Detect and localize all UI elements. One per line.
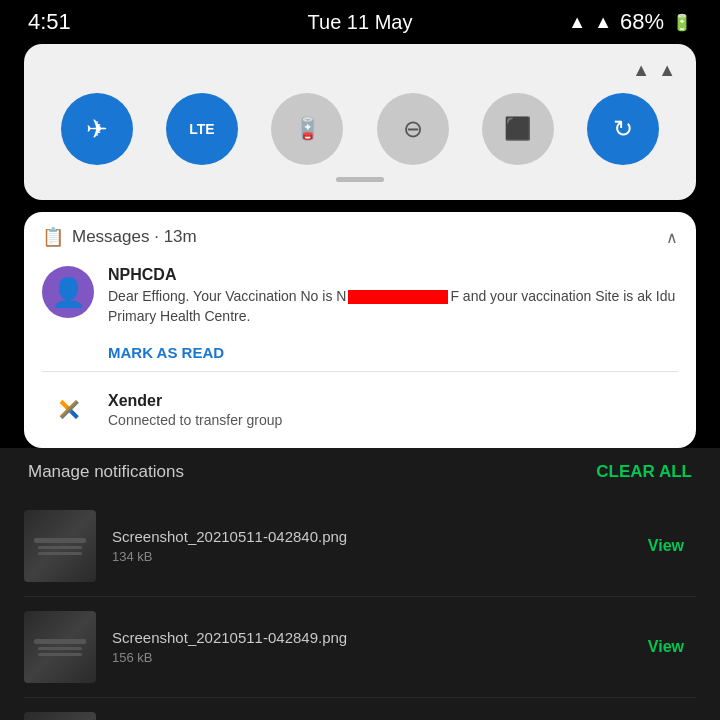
notification-panel: 📋 Messages · 13m ∧ 👤 NPHCDA Dear Effiong…	[24, 212, 696, 448]
xender-logo: ✕	[42, 384, 94, 436]
manage-notifications-button[interactable]: Manage notifications	[28, 462, 184, 482]
xender-message: Connected to transfer group	[108, 412, 678, 428]
battery-icon: 🔋	[672, 13, 692, 32]
nphcda-app-name: NPHCDA	[108, 266, 678, 284]
file-name-1: Screenshot_20210511-042840.png	[112, 528, 620, 545]
wifi-status-icon: ▲	[632, 60, 650, 81]
file-item-1: Screenshot_20210511-042840.png 134 kB Vi…	[24, 496, 696, 597]
file-thumbnail-1	[24, 510, 96, 582]
notification-header-text: Messages · 13m	[72, 227, 658, 247]
signal-status-icon: ▲	[658, 60, 676, 81]
thumb-decoration	[38, 546, 82, 549]
redacted-text	[348, 290, 448, 304]
sync-button[interactable]: ↻	[587, 93, 659, 165]
time: 4:51	[28, 9, 71, 35]
battery-saver-button[interactable]: 🪫	[271, 93, 343, 165]
file-info-2: Screenshot_20210511-042849.png 156 kB	[112, 629, 620, 665]
file-item-2: Screenshot_20210511-042849.png 156 kB Vi…	[24, 597, 696, 698]
notification-actions-bar: Manage notifications CLEAR ALL	[0, 448, 720, 496]
nphcda-message: Dear Effiong. Your Vaccination No is NF …	[108, 287, 678, 326]
dnd-icon: ⊖	[403, 115, 423, 143]
sync-icon: ↻	[613, 115, 633, 143]
file-info-1: Screenshot_20210511-042840.png 134 kB	[112, 528, 620, 564]
flashlight-icon: ⬛	[504, 116, 531, 142]
nphcda-notification: 👤 NPHCDA Dear Effiong. Your Vaccination …	[24, 258, 696, 338]
thumb-decoration	[38, 653, 82, 656]
airplane-mode-button[interactable]: ✈	[61, 93, 133, 165]
drag-handle	[336, 177, 384, 182]
signal-icon: ▲	[594, 12, 612, 33]
thumb-decoration	[34, 538, 86, 543]
nphcda-avatar: 👤	[42, 266, 94, 318]
file-size-1: 134 kB	[112, 549, 620, 564]
status-bar-right: ▲ ▲ 68% 🔋	[568, 9, 692, 35]
wifi-icon: ▲	[568, 12, 586, 33]
status-bar-left: 4:51	[28, 9, 71, 35]
avatar-icon: 👤	[51, 276, 86, 309]
thumb-decoration	[34, 639, 86, 644]
xender-icon: ✕	[56, 393, 81, 428]
airplane-icon: ✈	[86, 114, 108, 145]
message-part1: Dear Effiong. Your Vaccination No is N	[108, 288, 346, 304]
file-list-section: Screenshot_20210511-042840.png 134 kB Vi…	[0, 496, 720, 720]
file-thumbnail-2	[24, 611, 96, 683]
nphcda-content: NPHCDA Dear Effiong. Your Vaccination No…	[108, 266, 678, 326]
xender-notification: ✕ Xender Connected to transfer group	[24, 372, 696, 448]
flashlight-button[interactable]: ⬛	[482, 93, 554, 165]
quick-settings-panel: ▲ ▲ ✈ LTE 🪫 ⊖ ⬛ ↻	[24, 44, 696, 200]
battery-saver-icon: 🪫	[294, 116, 321, 142]
file-size-2: 156 kB	[112, 650, 620, 665]
thumb-decoration	[38, 552, 82, 555]
date: Tue 11 May	[308, 11, 413, 34]
expand-chevron-icon[interactable]: ∧	[666, 228, 678, 247]
xender-content: Xender Connected to transfer group	[108, 392, 678, 428]
status-bar: 4:51 Tue 11 May ▲ ▲ 68% 🔋	[0, 0, 720, 44]
qs-buttons-row: ✈ LTE 🪫 ⊖ ⬛ ↻	[44, 93, 676, 165]
dnd-button[interactable]: ⊖	[377, 93, 449, 165]
xender-app-name: Xender	[108, 392, 678, 410]
lte-icon: LTE	[189, 121, 214, 137]
clear-all-button[interactable]: CLEAR ALL	[596, 462, 692, 482]
battery-text: 68%	[620, 9, 664, 35]
mark-as-read-button[interactable]: MARK AS READ	[24, 338, 696, 371]
messages-app-icon: 📋	[42, 226, 64, 248]
file-name-2: Screenshot_20210511-042849.png	[112, 629, 620, 646]
view-button-2[interactable]: View	[636, 632, 696, 662]
notification-header: 📋 Messages · 13m ∧	[24, 212, 696, 258]
view-button-1[interactable]: View	[636, 531, 696, 561]
thumb-decoration	[38, 647, 82, 650]
file-item-3: Screenshot_20210511-043243.png View	[24, 698, 696, 720]
qs-top-icons: ▲ ▲	[44, 60, 676, 81]
lte-button[interactable]: LTE	[166, 93, 238, 165]
file-thumbnail-3	[24, 712, 96, 720]
